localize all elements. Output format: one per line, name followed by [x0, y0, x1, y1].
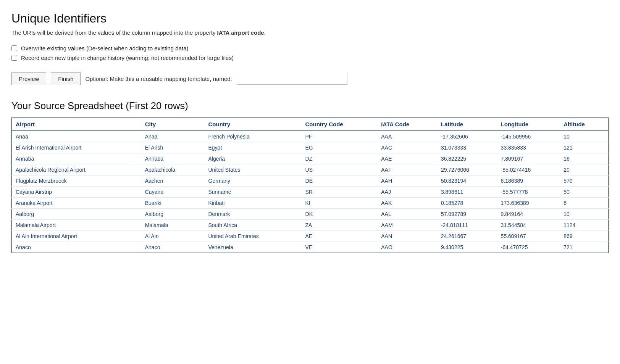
table-cell: Annaba: [141, 153, 205, 164]
table-cell: -64.470725: [497, 242, 560, 253]
table-cell: 10: [560, 131, 608, 142]
table-cell: AAE: [377, 153, 437, 164]
table-cell: AAC: [377, 142, 437, 153]
table-cell: SR: [302, 187, 378, 198]
subtitle-bold: IATA airport code: [217, 29, 264, 36]
table-cell: Cayana: [141, 187, 205, 198]
overwrite-row: Overwrite existing values (De-select whe…: [11, 45, 609, 52]
table-row: Flugplatz MerzbrueckAachenGermanyDEAAH50…: [12, 176, 609, 187]
table-cell: Anaa: [141, 131, 205, 142]
checkboxes-group: Overwrite existing values (De-select whe…: [11, 45, 609, 61]
table-cell: South Africa: [205, 220, 302, 231]
spreadsheet-title: Your Source Spreadsheet (First 20 rows): [11, 100, 609, 111]
record-checkbox[interactable]: [11, 55, 17, 61]
table-cell: Aalborg: [141, 209, 205, 220]
table-cell: Buariki: [141, 198, 205, 209]
table-cell: Aranuka Airport: [12, 198, 141, 209]
table-cell: Venezuela: [205, 242, 302, 253]
table-row: Malamala AirportMalamalaSouth AfricaZAAA…: [12, 220, 609, 231]
table-row: AnnabaAnnabaAlgeriaDZAAE36.8222257.80916…: [12, 153, 609, 164]
table-cell: AAK: [377, 198, 437, 209]
record-row: Record each new triple in change history…: [11, 55, 609, 61]
table-header-country-code: Country Code: [302, 118, 378, 131]
table-cell: Malamala Airport: [12, 220, 141, 231]
table-cell: Anaco: [141, 242, 205, 253]
table-cell: 31.073333: [437, 142, 497, 153]
overwrite-label: Overwrite existing values (De-select whe…: [21, 45, 189, 52]
table-row: Al Ain International AirportAl AinUnited…: [12, 231, 609, 242]
table-cell: Apalachicola: [141, 164, 205, 176]
subtitle-pre: The URIs will be derived from the values…: [11, 29, 217, 36]
table-cell: 36.822225: [437, 153, 497, 164]
table-cell: US: [302, 164, 378, 176]
table-cell: Al Ain: [141, 231, 205, 242]
table-cell: 16: [560, 153, 608, 164]
table-cell: 20: [560, 164, 608, 176]
table-cell: 570: [560, 176, 608, 187]
table-row: AnacoAnacoVenezuelaVEAAO9.430225-64.4707…: [12, 242, 609, 253]
table-cell: 3.898611: [437, 187, 497, 198]
table-cell: El Arish International Airport: [12, 142, 141, 153]
overwrite-checkbox[interactable]: [11, 45, 17, 51]
table-cell: 50: [560, 187, 608, 198]
table-cell: 173.636389: [497, 198, 560, 209]
table-cell: Suriname: [205, 187, 302, 198]
table-cell: 33.835833: [497, 142, 560, 153]
table-header-altitude: Altitude: [560, 118, 608, 131]
page-title: Unique Identifiers: [11, 11, 609, 26]
table-cell: DZ: [302, 153, 378, 164]
table-cell: 9.430225: [437, 242, 497, 253]
actions-row: Preview Finish Optional: Make this a reu…: [11, 72, 609, 85]
table-cell: Aalborg: [12, 209, 141, 220]
table-cell: AAJ: [377, 187, 437, 198]
table-cell: Al Ain International Airport: [12, 231, 141, 242]
template-label: Optional: Make this a reusable mapping t…: [85, 76, 232, 82]
table-header-city: City: [141, 118, 205, 131]
template-name-input[interactable]: [237, 73, 347, 85]
table-cell: 869: [560, 231, 608, 242]
table-cell: DK: [302, 209, 378, 220]
table-cell: Annaba: [12, 153, 141, 164]
table-row: AnaaAnaaFrench PolynesiaPFAAA-17.352606-…: [12, 131, 609, 142]
table-cell: Algeria: [205, 153, 302, 164]
table-cell: AAF: [377, 164, 437, 176]
table-row: Aranuka AirportBuarikiKiribatiKIAAK0.185…: [12, 198, 609, 209]
finish-button[interactable]: Finish: [51, 72, 81, 85]
preview-button[interactable]: Preview: [11, 72, 46, 85]
spreadsheet-table: AirportCityCountryCountry CodeIATA CodeL…: [11, 118, 609, 253]
table-cell: AAH: [377, 176, 437, 187]
table-cell: KI: [302, 198, 378, 209]
table-cell: Kiribati: [205, 198, 302, 209]
table-cell: 1124: [560, 220, 608, 231]
table-header-airport: Airport: [12, 118, 141, 131]
table-cell: 0.185278: [437, 198, 497, 209]
table-header-latitude: Latitude: [437, 118, 497, 131]
table-cell: Egypt: [205, 142, 302, 153]
table-cell: -85.0274416: [497, 164, 560, 176]
table-cell: 10: [560, 209, 608, 220]
table-cell: French Polynesia: [205, 131, 302, 142]
table-cell: 7.809167: [497, 153, 560, 164]
table-cell: AAO: [377, 242, 437, 253]
table-cell: Flugplatz Merzbrueck: [12, 176, 141, 187]
table-cell: United Arab Emirates: [205, 231, 302, 242]
table-cell: 50.823194: [437, 176, 497, 187]
table-cell: AE: [302, 231, 378, 242]
table-cell: -17.352606: [437, 131, 497, 142]
table-cell: Apalachicola Regional Airport: [12, 164, 141, 176]
table-row: Cayana AirstripCayanaSurinameSRAAJ3.8986…: [12, 187, 609, 198]
table-cell: DE: [302, 176, 378, 187]
table-cell: El Arish: [141, 142, 205, 153]
table-cell: 24.261667: [437, 231, 497, 242]
table-cell: AAL: [377, 209, 437, 220]
table-cell: 721: [560, 242, 608, 253]
table-cell: -55.577778: [497, 187, 560, 198]
table-cell: 29.7276066: [437, 164, 497, 176]
subtitle: The URIs will be derived from the values…: [11, 29, 609, 36]
table-cell: 6: [560, 198, 608, 209]
table-cell: -24.818111: [437, 220, 497, 231]
table-body: AnaaAnaaFrench PolynesiaPFAAA-17.352606-…: [12, 131, 609, 253]
table-header-country: Country: [205, 118, 302, 131]
table-cell: Anaa: [12, 131, 141, 142]
table-cell: AAM: [377, 220, 437, 231]
